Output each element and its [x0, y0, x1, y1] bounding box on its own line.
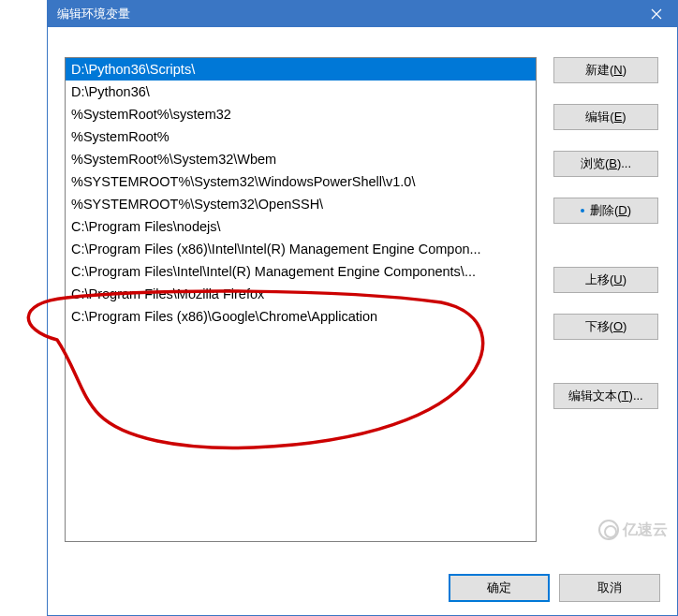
list-item[interactable]: %SystemRoot% [66, 125, 536, 148]
side-buttons: 新建(N) 编辑(E) 浏览(B)... 删除(D) 上移(U) 下移(O) 编… [553, 57, 658, 542]
list-item[interactable]: C:\Program Files (x86)\Google\Chrome\App… [66, 305, 536, 328]
watermark-icon [598, 520, 619, 540]
edit-text-button[interactable]: 编辑文本(T)... [553, 383, 658, 409]
list-item[interactable]: C:\Program Files (x86)\Intel\Intel(R) Ma… [66, 238, 536, 260]
close-icon [651, 8, 662, 20]
dialog-title: 编辑环境变量 [57, 1, 130, 27]
list-item[interactable]: %SystemRoot%\system32 [66, 103, 536, 125]
list-item[interactable]: D:\Python36\ [66, 81, 536, 103]
list-item[interactable]: C:\Program Files\Mozilla Firefox [66, 283, 536, 305]
path-listbox[interactable]: D:\Python36\Scripts\D:\Python36\%SystemR… [65, 57, 537, 542]
edit-environment-variable-dialog: 编辑环境变量 D:\Python36\Scripts\D:\Python36\%… [47, 0, 678, 616]
titlebar: 编辑环境变量 [48, 1, 677, 27]
dialog-content: D:\Python36\Scripts\D:\Python36\%SystemR… [48, 27, 677, 615]
cancel-button[interactable]: 取消 [559, 574, 660, 602]
watermark: 亿速云 [598, 520, 668, 540]
list-item[interactable]: C:\Program Files\Intel\Intel(R) Manageme… [66, 260, 536, 283]
list-item[interactable]: %SystemRoot%\System32\Wbem [66, 148, 536, 170]
list-item[interactable]: C:\Program Files\nodejs\ [66, 215, 536, 238]
delete-button[interactable]: 删除(D) [553, 198, 658, 224]
list-item[interactable]: %SYSTEMROOT%\System32\WindowsPowerShell\… [66, 170, 536, 193]
bottom-buttons: 确定 取消 [449, 574, 660, 602]
list-item[interactable]: D:\Python36\Scripts\ [66, 58, 536, 81]
new-button[interactable]: 新建(N) [553, 57, 658, 83]
edit-button[interactable]: 编辑(E) [553, 104, 658, 130]
close-button[interactable] [636, 1, 677, 27]
ok-button[interactable]: 确定 [449, 574, 550, 602]
watermark-text: 亿速云 [623, 521, 668, 540]
move-down-button[interactable]: 下移(O) [553, 314, 658, 340]
move-up-button[interactable]: 上移(U) [553, 267, 658, 293]
list-item[interactable]: %SYSTEMROOT%\System32\OpenSSH\ [66, 193, 536, 215]
main-area: D:\Python36\Scripts\D:\Python36\%SystemR… [65, 57, 660, 542]
browse-button[interactable]: 浏览(B)... [553, 151, 658, 177]
